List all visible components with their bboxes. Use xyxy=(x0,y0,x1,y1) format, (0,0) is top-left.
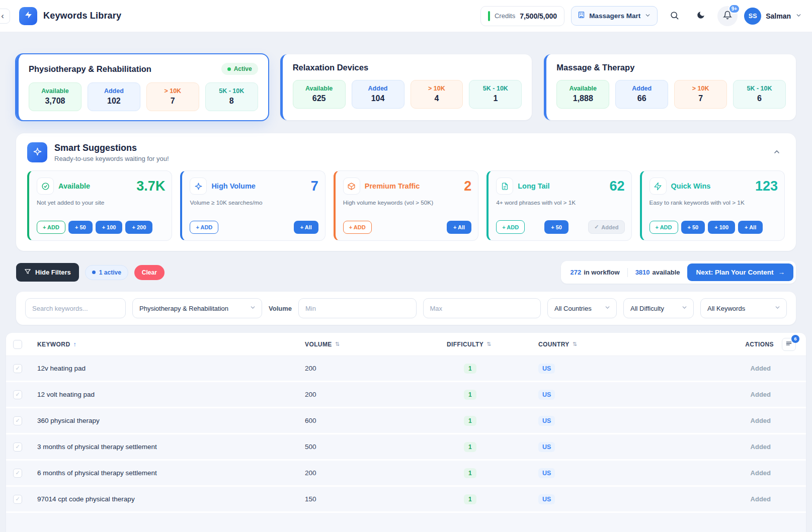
suggestion-count: 7 xyxy=(311,179,318,194)
collapse-suggestions-button[interactable] xyxy=(769,144,785,160)
row-checkbox[interactable]: ✓ xyxy=(13,416,22,425)
filters-row: Physiotherapy & Rehabilitation Volume Al… xyxy=(16,292,796,325)
search-button[interactable] xyxy=(664,6,684,26)
add-50-button[interactable]: + 50 xyxy=(68,221,93,234)
add-all-button[interactable]: + All xyxy=(738,221,763,234)
table-row[interactable]: ✓ 6 months of physical therapy settlemen… xyxy=(6,461,806,487)
keywords-select[interactable]: All Keywords xyxy=(700,298,787,318)
stat-added: Added 102 xyxy=(88,82,140,111)
project-cards-row: Physiotherapy & Rehabilitation Active Av… xyxy=(16,54,796,120)
stat-5k-10k: 5K - 10K 1 xyxy=(469,80,522,109)
add-button[interactable]: + ADD xyxy=(343,221,372,234)
add-100-button[interactable]: + 100 xyxy=(708,221,735,234)
stat-5k-10k: 5K - 10K 6 xyxy=(733,80,786,109)
sort-ascending-icon: ↑ xyxy=(73,341,76,348)
top-bar-right: Credits 7,500/5,000 Massagers Mart 9+ SS… xyxy=(480,6,802,26)
back-button[interactable]: ‹ xyxy=(0,9,10,24)
hide-filters-button[interactable]: Hide Filters xyxy=(16,263,79,282)
user-name: Salman xyxy=(766,12,791,20)
add-200-button[interactable]: + 200 xyxy=(125,221,152,234)
added-status: Added xyxy=(649,417,799,424)
project-title: Relaxation Devices xyxy=(293,63,368,72)
row-checkbox[interactable]: ✓ xyxy=(13,390,22,399)
country-badge: US xyxy=(538,416,555,426)
credits-bar-icon xyxy=(488,11,490,21)
volume-min-input[interactable] xyxy=(298,298,417,318)
add-all-button[interactable]: + All xyxy=(294,221,318,234)
chevron-left-icon: ‹ xyxy=(1,11,4,21)
active-badge: Active xyxy=(221,63,258,75)
add-button[interactable]: + ADD xyxy=(190,221,218,234)
credits-box: Credits 7,500/5,000 xyxy=(480,6,564,26)
active-filters-chip[interactable]: 1 active xyxy=(85,265,128,280)
add-button[interactable]: + ADD xyxy=(496,220,525,234)
column-menu-button[interactable]: 6 xyxy=(782,338,796,351)
add-50-button[interactable]: + 50 xyxy=(681,221,705,234)
added-status: Added xyxy=(649,495,799,503)
suggestion-title: Quick Wins xyxy=(671,182,711,190)
stat-over-10k: > 10K 4 xyxy=(411,80,463,109)
next-plan-content-button[interactable]: Next: Plan Your Content → xyxy=(687,263,793,281)
difficulty-badge: 1 xyxy=(464,364,476,374)
suggestion-card-premium-traffic: Premium Traffic 2 High volume keywords (… xyxy=(334,170,478,241)
star-icon xyxy=(190,178,207,195)
suggestion-count: 3.7K xyxy=(136,179,165,194)
header-country[interactable]: COUNTRY ⇅ xyxy=(528,341,649,348)
row-checkbox[interactable]: ✓ xyxy=(13,442,22,452)
suggestion-title: Available xyxy=(58,182,90,190)
chevron-down-icon xyxy=(604,304,611,312)
difficulty-badge: 1 xyxy=(464,494,476,504)
suggestion-title: Long Tail xyxy=(518,182,549,190)
header-difficulty[interactable]: DIFFICULTY ⇅ xyxy=(438,341,528,348)
header-actions: ACTIONS 6 xyxy=(649,338,799,351)
table-row[interactable]: ✓ 3 months of physical therapy settlemen… xyxy=(6,434,806,461)
row-checkbox[interactable]: ✓ xyxy=(13,364,22,373)
suggestion-title: Premium Traffic xyxy=(365,182,420,190)
clear-filters-button[interactable]: Clear xyxy=(134,265,165,280)
add-all-button[interactable]: + All xyxy=(447,221,471,234)
keyword-cell: 12v heating pad xyxy=(37,365,297,372)
add-button[interactable]: + ADD xyxy=(649,221,678,234)
volume-cell: 150 xyxy=(297,495,438,503)
table-row[interactable]: ✓ 97014 cpt code physical therapy 150 1 … xyxy=(6,487,806,513)
dark-mode-toggle[interactable] xyxy=(691,6,711,26)
app-logo xyxy=(19,7,37,25)
row-checkbox[interactable]: ✓ xyxy=(13,495,22,504)
zap-icon xyxy=(24,11,33,21)
table-row[interactable]: ✓ 12v heating pad 200 1 US Added xyxy=(6,356,806,382)
select-all-checkbox[interactable] xyxy=(13,340,22,349)
project-select[interactable]: Physiotherapy & Rehabilitation xyxy=(132,298,262,318)
table-row[interactable]: ✓ 360 physical therapy 600 1 US Added xyxy=(6,408,806,434)
country-select[interactable]: All Countries xyxy=(547,298,617,318)
table-row[interactable]: ✓ 12 volt heating pad 200 1 US Added xyxy=(6,382,806,408)
header-keyword[interactable]: KEYWORD ↑ xyxy=(37,341,297,348)
chevron-down-icon xyxy=(774,304,781,312)
store-selector[interactable]: Massagers Mart xyxy=(571,6,658,26)
project-card-massage[interactable]: Massage & Therapy Available 1,888 Added … xyxy=(544,54,796,120)
add-100-button[interactable]: + 100 xyxy=(96,221,123,234)
notification-badge: 9+ xyxy=(728,4,740,14)
difficulty-select[interactable]: All Difficulty xyxy=(623,298,694,318)
available-stat: 3810 available xyxy=(635,269,680,276)
row-checkbox[interactable]: ✓ xyxy=(13,469,22,478)
country-badge: US xyxy=(538,364,555,374)
difficulty-badge: 1 xyxy=(464,442,476,452)
volume-max-input[interactable] xyxy=(423,298,541,318)
project-card-relaxation[interactable]: Relaxation Devices Available 625 Added 1… xyxy=(280,54,532,120)
country-badge: US xyxy=(538,390,555,400)
project-card-physiotherapy[interactable]: Physiotherapy & Rehabilitation Active Av… xyxy=(16,54,268,120)
add-button[interactable]: + ADD xyxy=(37,221,65,234)
add-50-button[interactable]: + 50 xyxy=(544,220,569,234)
package-icon xyxy=(343,178,360,195)
table-header-row: KEYWORD ↑ VOLUME ⇅ DIFFICULTY ⇅ COUNTRY … xyxy=(6,333,806,356)
suggestion-description: 4+ word phrases with vol > 1K xyxy=(496,199,624,206)
zap-icon xyxy=(649,178,667,195)
difficulty-badge: 1 xyxy=(464,390,476,400)
header-volume[interactable]: VOLUME ⇅ xyxy=(297,341,438,348)
search-input[interactable] xyxy=(25,298,126,318)
notifications-button[interactable]: 9+ xyxy=(717,6,738,26)
sort-icon: ⇅ xyxy=(573,341,578,347)
suggestions-subtitle: Ready-to-use keywords waiting for you! xyxy=(54,155,169,162)
suggestions-icon-badge xyxy=(27,142,47,162)
user-menu[interactable]: SS Salman xyxy=(744,8,802,25)
